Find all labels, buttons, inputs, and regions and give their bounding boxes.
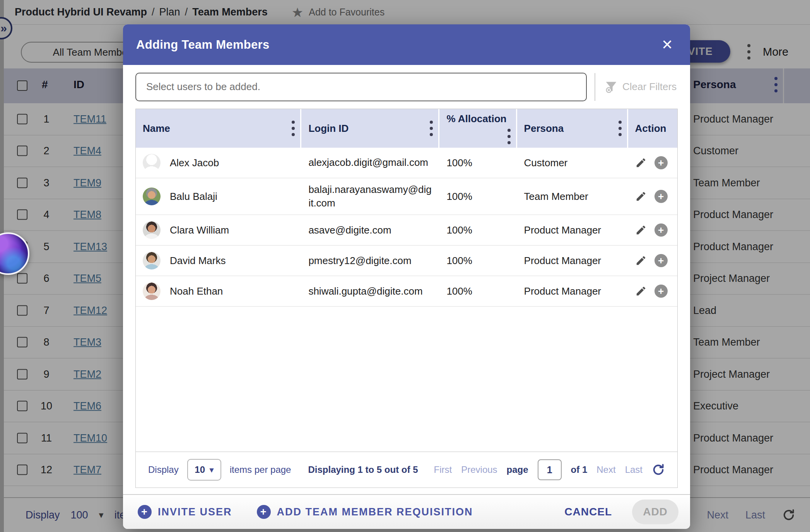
col-allocation-label: % Allocation — [446, 113, 510, 125]
clear-filters-label: Clear Filters — [622, 81, 677, 93]
adding-team-members-dialog: Adding Team Members ✕ Clear Filters Name — [123, 24, 690, 529]
user-login-id: pmestry12@digite.com — [301, 246, 439, 276]
user-allocation: 100% — [439, 148, 517, 178]
add-user-icon[interactable]: + — [654, 156, 668, 169]
user-allocation: 100% — [439, 215, 517, 245]
user-persona: Product Manager — [517, 276, 628, 306]
invite-user-label: INVITE USER — [158, 506, 232, 518]
user-allocation: 100% — [439, 276, 517, 306]
user-name: Noah Ethan — [170, 285, 223, 297]
edit-icon[interactable] — [635, 157, 647, 169]
users-table-header: Name Login ID % Allocation Persona Actio… — [136, 109, 677, 148]
user-row: David Markspmestry12@digite.com100%Produ… — [136, 246, 677, 276]
kebab-icon[interactable] — [508, 129, 511, 144]
col-action-label: Action — [635, 123, 666, 135]
col-login-label: Login ID — [308, 123, 349, 135]
user-name: Balu Balaji — [170, 191, 217, 203]
col-persona-label: Persona — [524, 123, 564, 135]
modal-table-body: Alex Jacobalexjacob.digit@gmail.com100%C… — [136, 148, 677, 307]
add-user-icon[interactable]: + — [654, 254, 668, 267]
avatar — [143, 221, 161, 239]
add-team-member-requisition-button[interactable]: + ADD TEAM MEMBER REQUISITION — [257, 505, 473, 519]
user-search-input[interactable] — [135, 73, 587, 101]
add-user-icon[interactable]: + — [654, 223, 668, 237]
invite-user-button[interactable]: + INVITE USER — [138, 505, 232, 519]
dialog-title: Adding Team Members — [136, 38, 269, 52]
avatar — [143, 252, 161, 269]
cancel-button[interactable]: CANCEL — [564, 506, 612, 518]
col-login-id[interactable]: Login ID — [301, 109, 439, 148]
avatar — [143, 188, 161, 205]
user-login-id: alexjacob.digit@gmail.com — [301, 148, 439, 178]
user-row: Noah Ethanshiwali.gupta@digite.com100%Pr… — [136, 276, 677, 307]
edit-icon[interactable] — [635, 191, 647, 202]
col-action: Action — [628, 109, 677, 148]
user-name: Alex Jacob — [170, 157, 219, 169]
page-of-label: of 1 — [571, 464, 588, 475]
avatar — [143, 282, 161, 300]
user-allocation: 100% — [439, 246, 517, 276]
edit-icon[interactable] — [635, 285, 647, 297]
add-user-icon[interactable]: + — [654, 285, 668, 298]
user-login-id: asave@digite.com — [301, 215, 439, 245]
user-persona: Customer — [517, 148, 628, 178]
items-per-page-label: items per page — [230, 464, 291, 475]
screen: Product Hybrid UI Revamp / Plan / Team M… — [0, 0, 810, 532]
kebab-icon[interactable] — [292, 121, 295, 136]
add-requisition-label: ADD TEAM MEMBER REQUISITION — [277, 506, 473, 518]
refresh-icon[interactable] — [652, 463, 665, 476]
user-name: Clara William — [170, 224, 229, 236]
kebab-icon[interactable] — [430, 121, 433, 136]
clear-filters-button[interactable]: Clear Filters — [605, 80, 677, 94]
dialog-footer: + INVITE USER + ADD TEAM MEMBER REQUISIT… — [123, 494, 690, 529]
table-pagination: Display 10 ▾ items per page Displaying 1… — [136, 452, 677, 488]
user-login-id: balaji.narayanaswamy@digit.com — [301, 178, 439, 215]
first-page-link[interactable]: First — [434, 464, 452, 475]
edit-icon[interactable] — [635, 255, 647, 266]
last-page-link[interactable]: Last — [625, 464, 643, 475]
user-name: David Marks — [170, 255, 226, 267]
page-size-select[interactable]: 10 ▾ — [187, 459, 221, 481]
page-number-input[interactable] — [538, 459, 562, 480]
col-name-label: Name — [143, 123, 170, 135]
user-row: Alex Jacobalexjacob.digit@gmail.com100%C… — [136, 148, 677, 178]
page-label: page — [507, 464, 528, 475]
display-label: Display — [148, 464, 179, 475]
search-row: Clear Filters — [123, 65, 690, 109]
pagination-summary: Displaying 1 to 5 out of 5 — [308, 464, 418, 475]
edit-icon[interactable] — [635, 224, 647, 236]
kebab-icon[interactable] — [619, 121, 622, 136]
add-user-icon[interactable]: + — [654, 190, 668, 203]
users-table: Name Login ID % Allocation Persona Actio… — [135, 109, 678, 488]
user-persona: Product Manager — [517, 246, 628, 276]
close-icon[interactable]: ✕ — [661, 38, 673, 52]
col-persona[interactable]: Persona — [517, 109, 628, 148]
user-persona: Team Member — [517, 178, 628, 215]
user-allocation: 100% — [439, 178, 517, 215]
pagination-controls: First Previous page of 1 Next Last — [434, 459, 665, 480]
previous-page-link[interactable]: Previous — [461, 464, 497, 475]
divider — [595, 73, 595, 101]
plus-icon: + — [257, 505, 271, 519]
col-name[interactable]: Name — [136, 109, 301, 148]
user-row: Clara Williamasave@digite.com100%Product… — [136, 215, 677, 246]
user-persona: Product Manager — [517, 215, 628, 245]
next-page-link[interactable]: Next — [596, 464, 615, 475]
table-empty-space — [136, 307, 677, 452]
dialog-actions: CANCEL ADD — [564, 500, 678, 524]
user-login-id: shiwali.gupta@digite.com — [301, 276, 439, 306]
user-row: Balu Balajibalaji.narayanaswamy@digit.co… — [136, 178, 677, 215]
dialog-header: Adding Team Members ✕ — [123, 24, 690, 65]
avatar — [143, 154, 161, 172]
col-allocation[interactable]: % Allocation — [439, 109, 517, 148]
page-size-value: 10 — [195, 464, 205, 475]
filter-clear-icon — [605, 80, 618, 94]
plus-icon: + — [138, 505, 152, 519]
add-button[interactable]: ADD — [632, 500, 678, 524]
caret-down-icon: ▾ — [210, 465, 214, 474]
